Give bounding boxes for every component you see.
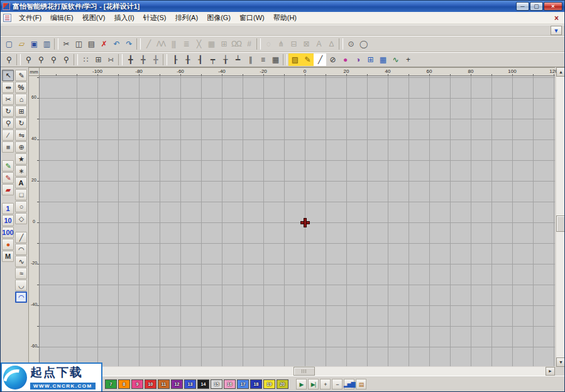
menu-window[interactable]: 窗口(W): [235, 11, 269, 24]
text-tool[interactable]: A: [15, 177, 27, 188]
grid-stitch-button[interactable]: ⊞: [217, 38, 230, 50]
color-swatch-15[interactable]: 15: [211, 379, 222, 389]
simulate-play-button[interactable]: ▶: [296, 379, 307, 389]
applique-button[interactable]: ⊠: [300, 38, 312, 50]
new-button[interactable]: ▢: [3, 38, 15, 50]
design-canvas[interactable]: [40, 76, 555, 366]
scroll-up-button[interactable]: ▲: [556, 67, 565, 77]
branch-stitch-button[interactable]: ⋔: [275, 38, 287, 50]
show-satin-button[interactable]: ▨: [288, 53, 301, 66]
step-100-button[interactable]: 100: [2, 227, 14, 238]
stitch-chart-button[interactable]: ▂▅▇: [344, 379, 354, 389]
split-object-button[interactable]: ⊟: [287, 38, 300, 50]
document-icon[interactable]: [3, 14, 11, 22]
copy-button[interactable]: ◫: [72, 38, 85, 50]
step-10-button[interactable]: 10: [2, 215, 14, 226]
array-copy-button[interactable]: ▦: [269, 53, 282, 66]
speed-minus-button[interactable]: −: [332, 379, 343, 389]
menu-file[interactable]: 文件(F): [14, 11, 46, 24]
delete-button[interactable]: ✗: [97, 38, 110, 50]
net-stitch-button[interactable]: #: [243, 38, 255, 50]
menu-insert[interactable]: 插入(I): [109, 11, 138, 24]
grid-settings-button[interactable]: ∷: [79, 53, 92, 66]
align-center-button[interactable]: ╂: [181, 53, 194, 66]
add-tool-button[interactable]: +: [402, 53, 414, 66]
snap-grid-button[interactable]: ⊞: [92, 53, 104, 66]
digitize-satin-tool[interactable]: ✎: [2, 172, 14, 183]
zoom-actual-button[interactable]: ⚲: [47, 53, 60, 66]
center-design-button[interactable]: ╋: [149, 53, 162, 66]
arc-tool[interactable]: ◠: [15, 244, 27, 255]
stamp-tool[interactable]: ⌂: [15, 94, 27, 105]
show-points-button[interactable]: ∺: [104, 53, 117, 66]
horizontal-scrollbar[interactable]: ◄ ►: [40, 367, 555, 376]
curve-tool[interactable]: ∿: [15, 256, 27, 267]
rectangle-tool[interactable]: □: [15, 189, 27, 200]
globe-tool[interactable]: ⊕: [15, 141, 27, 153]
contour-stitch-button[interactable]: ◌: [262, 38, 275, 50]
space-evenly-h-button[interactable]: ∥: [244, 53, 256, 66]
move-design-button[interactable]: ╋: [136, 53, 149, 66]
edit-satin-button[interactable]: ✎: [301, 53, 314, 66]
step-1-button[interactable]: 1: [2, 203, 14, 214]
close-button[interactable]: ×: [544, 2, 562, 11]
star-tool[interactable]: ★: [15, 153, 27, 165]
color-swatch-19[interactable]: 19: [263, 379, 275, 389]
density-curve-button[interactable]: ∿: [389, 53, 402, 66]
palette-button[interactable]: ◑: [351, 53, 364, 66]
vertical-scroll-thumb[interactable]: [556, 215, 565, 232]
cross-stitch-button[interactable]: ╳: [192, 38, 205, 50]
color-sort-button[interactable]: ●: [339, 53, 351, 66]
cut-tool[interactable]: ✂: [2, 94, 14, 105]
sequin-button[interactable]: ⊙: [344, 38, 357, 50]
align-middle-button[interactable]: ╁: [219, 53, 231, 66]
zoom-window-button[interactable]: ⚲: [3, 53, 15, 66]
color-swatch-10[interactable]: 10: [145, 379, 156, 389]
flake-tool[interactable]: ∗: [15, 165, 27, 177]
move-tool[interactable]: ⇹: [2, 82, 14, 93]
tatami-stitch-button[interactable]: ▦: [205, 38, 217, 50]
color-swatch-11[interactable]: 11: [158, 379, 170, 389]
menu-view[interactable]: 视图(V): [78, 11, 110, 24]
select-tool[interactable]: ↖: [2, 70, 14, 81]
rotate-tool[interactable]: ↻: [2, 106, 14, 117]
align-right-button[interactable]: ┨: [194, 53, 206, 66]
undo-button[interactable]: ↶: [110, 38, 123, 50]
pattern-fill-tool[interactable]: ⊞: [15, 106, 27, 117]
zigzag-stitch-button[interactable]: ΛΛ: [155, 38, 167, 50]
color-swatch-8[interactable]: 8: [118, 379, 130, 389]
vertical-scrollbar[interactable]: ▲ ▼: [556, 67, 565, 367]
rotate-copy-tool[interactable]: ↻: [15, 117, 27, 129]
digitize-run-tool[interactable]: ✎: [2, 160, 14, 172]
stitch-point-button[interactable]: ●: [2, 239, 14, 250]
ellipse-tool[interactable]: ○: [15, 201, 27, 212]
sequin-outline-button[interactable]: ◯: [357, 38, 370, 50]
menu-edit[interactable]: 编辑(E): [46, 11, 78, 24]
brush-tool[interactable]: ▰: [2, 184, 14, 195]
mirror-tool[interactable]: ⇋: [15, 129, 27, 141]
color-swatch-7[interactable]: 7: [105, 379, 117, 389]
scale-tool[interactable]: %: [15, 82, 27, 93]
align-bottom-button[interactable]: ┷: [231, 53, 244, 66]
open-button[interactable]: ▱: [15, 38, 28, 50]
zoom-out-button[interactable]: ⚲: [35, 53, 47, 66]
node-edit-tool[interactable]: ✎: [15, 70, 27, 81]
current-color-box[interactable]: ■: [2, 141, 14, 153]
toolbar-options-button[interactable]: ▼: [551, 26, 562, 35]
zigzag-mode-button[interactable]: M: [2, 251, 14, 262]
space-evenly-v-button[interactable]: ≡: [256, 53, 269, 66]
document-close-button[interactable]: ×: [551, 14, 562, 23]
knife-tool[interactable]: ∕: [2, 129, 14, 141]
paste-button[interactable]: ▤: [85, 38, 97, 50]
machine-output-button[interactable]: ▥: [40, 38, 53, 50]
scroll-down-button[interactable]: ▼: [556, 357, 565, 367]
zoom-in-button[interactable]: ⚲: [22, 53, 35, 66]
zoom-fit-button[interactable]: ⚲: [60, 53, 72, 66]
polygon-tool[interactable]: ◇: [15, 213, 27, 224]
line-tool[interactable]: ╱: [15, 232, 27, 243]
fill-stitch-button[interactable]: ≣: [180, 38, 192, 50]
save-button[interactable]: ▣: [28, 38, 40, 50]
three-point-arc-tool[interactable]: ◠: [15, 291, 27, 303]
menu-image[interactable]: 图像(G): [202, 11, 235, 24]
thread-chart-button[interactable]: ⊞: [364, 53, 376, 66]
